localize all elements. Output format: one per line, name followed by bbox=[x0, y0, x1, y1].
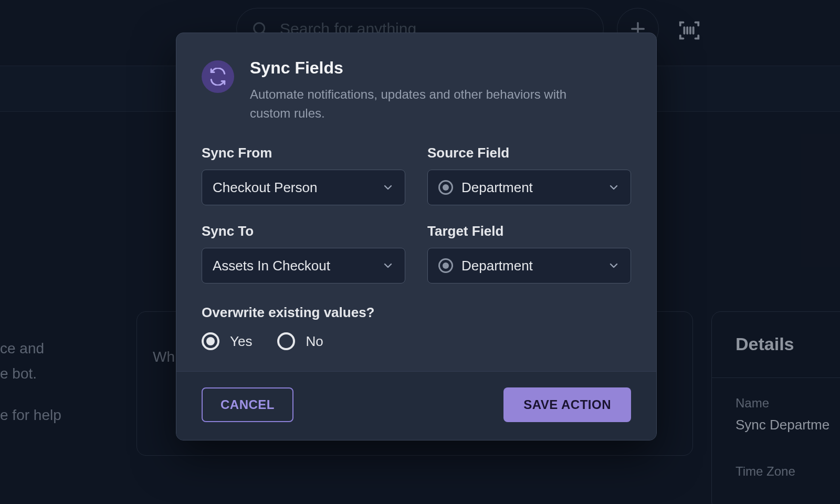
sync-from-label: Sync From bbox=[202, 145, 405, 161]
chevron-down-icon bbox=[382, 181, 394, 194]
sync-to-label: Sync To bbox=[202, 223, 405, 239]
overwrite-yes-label: Yes bbox=[230, 333, 252, 350]
target-field-select[interactable]: Department bbox=[427, 248, 631, 284]
overwrite-section: Overwrite existing values? Yes No bbox=[202, 304, 631, 350]
modal-footer: CANCEL SAVE ACTION bbox=[176, 371, 656, 440]
overwrite-radio-group: Yes No bbox=[202, 332, 631, 350]
radio-selected-icon bbox=[202, 332, 219, 350]
sync-to-value: Assets In Checkout bbox=[213, 258, 373, 274]
overwrite-yes-radio[interactable]: Yes bbox=[202, 332, 252, 350]
modal-subtitle: Automate notifications, updates and othe… bbox=[250, 85, 607, 123]
sync-icon bbox=[202, 60, 234, 93]
modal-body: Sync Fields Automate notifications, upda… bbox=[176, 33, 656, 371]
source-field-select[interactable]: Department bbox=[427, 170, 631, 205]
sync-from-value: Checkout Person bbox=[213, 180, 373, 196]
target-field-value: Department bbox=[461, 258, 599, 274]
modal-title: Sync Fields bbox=[250, 58, 607, 78]
source-field-group: Source Field Department bbox=[427, 145, 631, 205]
sync-to-select[interactable]: Assets In Checkout bbox=[202, 248, 405, 284]
chevron-down-icon bbox=[607, 181, 620, 194]
overwrite-no-label: No bbox=[306, 333, 323, 350]
overwrite-label: Overwrite existing values? bbox=[202, 304, 631, 321]
modal-header: Sync Fields Automate notifications, upda… bbox=[202, 58, 631, 123]
cancel-button[interactable]: CANCEL bbox=[202, 387, 293, 422]
target-field-group: Target Field Department bbox=[427, 223, 631, 284]
save-action-button[interactable]: SAVE ACTION bbox=[503, 387, 631, 422]
sync-from-group: Sync From Checkout Person bbox=[202, 145, 405, 205]
source-field-value: Department bbox=[461, 180, 599, 196]
target-field-label: Target Field bbox=[427, 223, 631, 239]
form-grid: Sync From Checkout Person Source Field D… bbox=[202, 145, 631, 284]
radio-icon bbox=[438, 258, 453, 273]
radio-icon bbox=[438, 180, 453, 195]
chevron-down-icon bbox=[382, 259, 394, 272]
source-field-label: Source Field bbox=[427, 145, 631, 161]
sync-from-select[interactable]: Checkout Person bbox=[202, 170, 405, 205]
overwrite-no-radio[interactable]: No bbox=[277, 332, 323, 350]
radio-unselected-icon bbox=[277, 332, 295, 350]
sync-fields-modal: Sync Fields Automate notifications, upda… bbox=[176, 33, 657, 440]
chevron-down-icon bbox=[607, 259, 620, 272]
sync-to-group: Sync To Assets In Checkout bbox=[202, 223, 405, 284]
